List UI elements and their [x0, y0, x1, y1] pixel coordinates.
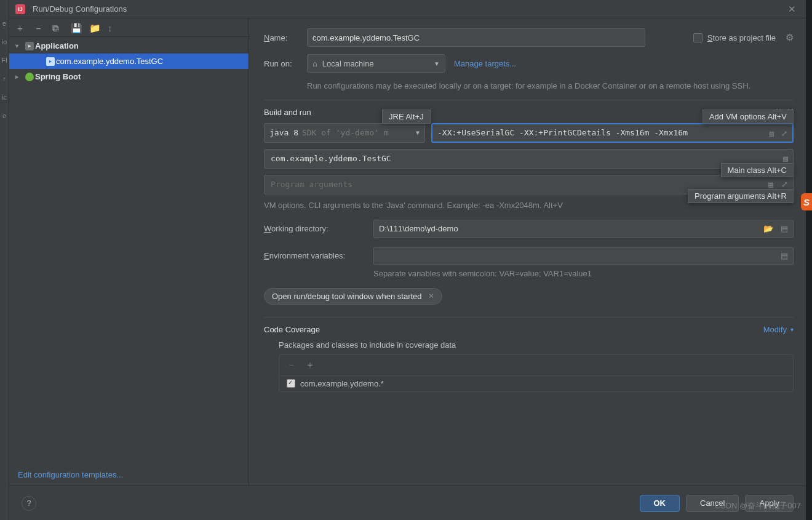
- remove-chip-icon[interactable]: ✕: [428, 292, 434, 300]
- coverage-include-label: Packages and classes to include in cover…: [279, 340, 794, 350]
- option-chip: Open run/debug tool window when started …: [264, 288, 442, 305]
- dialog: IJ Run/Debug Configurations ✕ ＋ － ⧉ 💾 📁 …: [9, 0, 806, 520]
- strip-item: e: [2, 20, 6, 27]
- intellij-icon: IJ: [15, 4, 25, 14]
- env-label: Environment variables:: [264, 251, 362, 260]
- dialog-title: Run/Debug Configurations: [33, 4, 127, 14]
- list-icon[interactable]: ▤: [781, 224, 788, 233]
- remove-icon[interactable]: －: [287, 359, 297, 372]
- chevron-down-icon: ▼: [434, 60, 440, 67]
- strip-item: ic: [2, 94, 7, 101]
- application-icon: ▸: [25, 42, 34, 50]
- program-args-placeholder: Program arguments: [271, 180, 352, 189]
- working-dir-label: Working directory:: [264, 224, 362, 233]
- coverage-item-label: com.example.yddemo.*: [300, 379, 384, 388]
- tree-group-label: Application: [35, 41, 79, 50]
- divider: [264, 100, 794, 100]
- jre-secondary: SDK of 'yd-demo' m: [302, 128, 389, 137]
- titlebar: IJ Run/Debug Configurations ✕: [9, 0, 806, 18]
- chip-label: Open run/debug tool window when started: [272, 292, 422, 301]
- store-project-checkbox[interactable]: [693, 33, 703, 42]
- vm-options-input[interactable]: -XX:+UseSerialGC -XX:+PrintGCDetails -Xm…: [431, 123, 794, 143]
- scrollbar[interactable]: [800, 55, 805, 486]
- main-class-input[interactable]: com.example.yddemo.TestGC ▤: [264, 149, 794, 169]
- run-on-dropdown[interactable]: ⌂ Local machine ▼: [307, 54, 445, 73]
- tree-group-springboot[interactable]: ▸ Spring Boot: [9, 69, 249, 84]
- expand-icon[interactable]: ⤢: [781, 129, 787, 138]
- close-button[interactable]: ✕: [784, 2, 800, 16]
- coverage-modify-link[interactable]: Modify: [763, 325, 787, 334]
- chevron-down-icon: ▾: [15, 42, 24, 49]
- code-coverage-heading: Code Coverage: [264, 325, 320, 334]
- tree-group-application[interactable]: ▾ ▸ Application: [9, 38, 249, 54]
- manage-targets-link[interactable]: Manage targets...: [454, 59, 516, 68]
- run-on-value: Local machine: [322, 59, 374, 68]
- sogou-badge: S: [801, 193, 812, 210]
- build-run-heading: Build and run: [264, 108, 311, 117]
- jre-value: java 8: [269, 128, 298, 137]
- remove-icon[interactable]: －: [34, 23, 44, 33]
- ok-button[interactable]: OK: [640, 495, 680, 512]
- home-icon: ⌂: [312, 59, 317, 68]
- watermark-text: CSDN @奋斗的狍子007: [715, 500, 801, 511]
- env-input[interactable]: ▤: [373, 247, 794, 265]
- help-button[interactable]: ?: [22, 496, 36, 511]
- divider: [264, 317, 794, 318]
- jre-dropdown[interactable]: java 8 SDK of 'yd-demo' m ▼: [264, 123, 425, 143]
- edit-templates-link[interactable]: Edit configuration templates...: [18, 470, 123, 479]
- tree-item-testgc[interactable]: ▸ com.example.yddemo.TestGC: [9, 54, 249, 69]
- sidebar: ＋ － ⧉ 💾 📁 ↕ ▾ ▸ Application ▸ com.exampl…: [9, 18, 249, 486]
- run-on-label: Run on:: [264, 59, 307, 68]
- config-toolbar: ＋ － ⧉ 💾 📁 ↕: [9, 18, 249, 37]
- tree-group-label: Spring Boot: [35, 72, 81, 81]
- name-label: Name:: [264, 33, 307, 42]
- store-project-label: Store as project file: [707, 33, 776, 42]
- vm-options-value: -XX:+UseSerialGC -XX:+PrintGCDetails -Xm…: [437, 128, 688, 137]
- sort-icon[interactable]: ↕: [108, 23, 117, 33]
- chevron-down-icon: ▼: [416, 129, 420, 136]
- tree-item-label: com.example.yddemo.TestGC: [56, 57, 163, 66]
- coverage-checkbox[interactable]: [287, 379, 295, 388]
- vm-tooltip: Add VM options Alt+V: [703, 110, 794, 124]
- strip-item: r: [3, 75, 6, 82]
- gear-icon[interactable]: ⚙: [786, 32, 794, 43]
- chevron-down-icon: ▾: [790, 326, 794, 333]
- save-icon[interactable]: 💾: [71, 23, 81, 33]
- strip-item: io: [2, 38, 7, 46]
- coverage-table: － ＋ com.example.yddemo.*: [279, 354, 794, 392]
- list-icon[interactable]: ▤: [768, 180, 773, 189]
- list-icon[interactable]: ▤: [770, 129, 774, 138]
- working-dir-input[interactable]: D:\111\demo\yd-demo 📂 ▤: [373, 220, 794, 238]
- main-class-tooltip: Main class Alt+C: [721, 163, 794, 177]
- browse-icon[interactable]: 📂: [763, 224, 773, 233]
- run-on-hint: Run configurations may be executed local…: [307, 80, 794, 92]
- application-icon: ▸: [46, 57, 55, 66]
- jre-tooltip: JRE Alt+J: [382, 110, 431, 124]
- copy-icon[interactable]: ⧉: [52, 23, 62, 33]
- main-class-value: com.example.yddemo.TestGC: [271, 154, 391, 163]
- working-dir-value: D:\111\demo\yd-demo: [379, 224, 458, 233]
- program-args-tooltip: Program arguments Alt+R: [688, 189, 794, 203]
- list-icon[interactable]: ▤: [781, 251, 788, 260]
- dialog-footer: ? OK Cancel Apply: [9, 486, 806, 520]
- strip-item: Fl: [1, 57, 7, 64]
- main-panel: Name: Store as project file ⚙ Run on: ⌂ …: [249, 18, 806, 486]
- chevron-right-icon: ▸: [15, 73, 24, 80]
- strip-item: e: [2, 112, 6, 119]
- folder-icon[interactable]: 📁: [89, 23, 99, 33]
- expand-icon[interactable]: ⤢: [781, 180, 788, 189]
- config-tree: ▾ ▸ Application ▸ com.example.yddemo.Tes…: [9, 37, 249, 464]
- env-hint: Separate variables with semicolon: VAR=v…: [373, 269, 794, 278]
- left-strip: e io Fl r ic e: [0, 0, 9, 520]
- spring-icon: [25, 73, 34, 81]
- add-icon[interactable]: ＋: [305, 359, 315, 372]
- coverage-row[interactable]: com.example.yddemo.*: [279, 376, 793, 391]
- add-icon[interactable]: ＋: [15, 23, 25, 33]
- list-icon[interactable]: ▤: [783, 154, 788, 163]
- name-input[interactable]: [307, 28, 645, 47]
